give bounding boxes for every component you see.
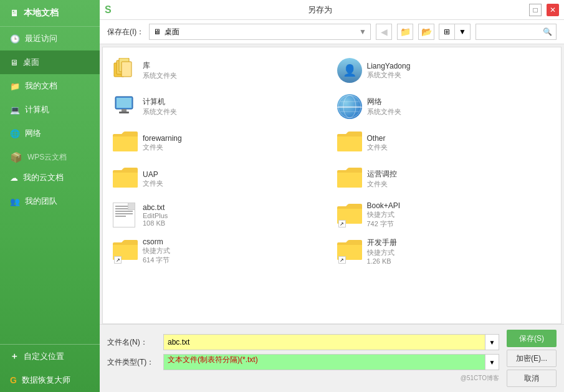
sidebar-item-label: 我的云文档 <box>23 172 64 183</box>
save-button[interactable]: 保存(S) <box>507 330 557 347</box>
list-item[interactable]: 网络 系统文件夹 <box>332 88 557 125</box>
network-file-icon <box>337 94 362 119</box>
file-info: LiangYadong 系统文件夹 <box>367 62 411 80</box>
list-item[interactable]: abc.txt EditPlus 108 KB <box>108 197 332 233</box>
dialog-title: 另存为 <box>117 4 524 16</box>
sidebar-item-recovery[interactable]: G 数据恢复大师 <box>0 368 100 392</box>
file-size: 742 字节 <box>367 219 401 229</box>
desktop-folder-icon: 🖥 <box>153 27 161 36</box>
filetype-row: 文件类型(T)： 文本文件(制表符分隔)(*.txt) ▼ <box>107 354 499 370</box>
sidebar-item-network[interactable]: 🌐 网络 <box>0 122 100 145</box>
svg-point-9 <box>343 95 356 118</box>
clock-icon: 🕒 <box>10 34 20 44</box>
list-item[interactable]: UAP 文件夹 <box>108 161 332 197</box>
list-item[interactable]: 库 系统文件夹 <box>108 52 332 88</box>
file-meta: 快捷方式 <box>367 248 397 257</box>
close-button[interactable]: ✕ <box>547 4 559 16</box>
sidebar-item-recent[interactable]: 🕒 最近访问 <box>0 27 100 50</box>
computer-file-icon <box>113 94 138 119</box>
sidebar-item-label: 计算机 <box>25 104 49 115</box>
filename-label: 文件名(N)： <box>107 337 163 348</box>
view-buttons: ⊞ ▼ <box>439 24 471 40</box>
toolbar: 保存在(I)： 🖥 桌面 ▼ ◀ 📁 📂 ⊞ ▼ 🔍 <box>100 20 564 44</box>
file-size: 108 KB <box>143 219 168 227</box>
file-info: forewarning 文件夹 <box>143 134 182 152</box>
file-name: abc.txt <box>143 203 168 212</box>
list-item[interactable]: 计算机 系统文件夹 <box>108 88 332 125</box>
bottom-bar: 文件名(N)： ▼ 文件类型(T)： 文本文件(制表符分隔)(*.txt) ▼ … <box>100 324 564 392</box>
search-icon: 🔍 <box>543 27 552 36</box>
back-button[interactable]: ◀ <box>376 24 392 40</box>
search-input[interactable] <box>480 27 543 36</box>
file-info: 库 系统文件夹 <box>143 60 177 80</box>
folder-up-icon: 📁 <box>400 27 411 37</box>
view-dropdown-button[interactable]: ▼ <box>454 24 471 40</box>
folder-shortcut-icon: ↗ <box>337 239 362 264</box>
filetype-dropdown[interactable]: ▼ <box>485 354 499 370</box>
cancel-button[interactable]: 取消 <box>507 370 557 387</box>
sidebar-item-computer[interactable]: 💻 计算机 <box>0 98 100 122</box>
desktop-icon: 🖥 <box>10 58 18 67</box>
search-box: 🔍 <box>476 24 557 40</box>
file-name: Book+API <box>367 201 401 210</box>
file-meta: EditPlus <box>143 212 168 219</box>
file-name: 运营调控 <box>367 169 397 179</box>
cloud-box-icon: 📦 <box>10 151 22 163</box>
list-item[interactable]: ↗ csorm 快捷方式 614 字节 <box>108 233 332 269</box>
file-meta: 文件夹 <box>143 179 163 188</box>
file-name: csorm <box>143 237 170 246</box>
location-value: 桌面 <box>165 27 179 37</box>
library-file-icon <box>113 58 138 83</box>
folder-shortcut-icon: ↗ <box>113 239 138 264</box>
mycloud-icon: ☁ <box>10 173 18 183</box>
filetype-select[interactable]: 文本文件(制表符分隔)(*.txt) <box>163 354 485 370</box>
sidebar-item-label: 最近访问 <box>25 33 57 44</box>
maximize-button[interactable]: □ <box>529 4 542 16</box>
file-info: abc.txt EditPlus 108 KB <box>143 203 168 227</box>
view-grid-button[interactable]: ⊞ <box>439 24 455 40</box>
file-info: Other 文件夹 <box>367 134 388 152</box>
encrypt-button[interactable]: 加密(E)... <box>507 350 557 367</box>
back-icon: ◀ <box>381 27 388 37</box>
sidebar-title: 本地文档 <box>24 7 59 19</box>
file-area: 库 系统文件夹 👤 LiangYadong 系统文件夹 <box>102 47 562 324</box>
mydocs-icon: 📁 <box>10 82 20 91</box>
sidebar-bottom-label: 自定义位置 <box>24 351 64 362</box>
folder-file-icon <box>337 166 362 191</box>
sidebar-item-mydocs[interactable]: 📁 我的文档 <box>0 74 100 98</box>
file-meta: 系统文件夹 <box>367 107 401 117</box>
location-label: 保存在(I)： <box>107 27 144 37</box>
file-info: Book+API 快捷方式 742 字节 <box>367 201 401 229</box>
new-folder-button[interactable]: 📂 <box>418 24 434 40</box>
filename-dropdown[interactable]: ▼ <box>485 334 499 350</box>
sidebar-item-customize[interactable]: ＋ 自定义位置 <box>0 345 100 368</box>
list-item[interactable]: 运营调控 文件夹 <box>332 161 557 197</box>
filetype-value: 文本文件(制表符分隔)(*.txt) <box>168 355 258 364</box>
app-icon: S <box>105 4 112 16</box>
location-select[interactable]: 🖥 桌面 ▼ <box>149 24 371 40</box>
monitor-icon: 🖥 <box>10 8 19 18</box>
list-item[interactable]: ↗ 开发手册 快捷方式 1.26 KB <box>332 233 557 269</box>
file-name: 库 <box>143 60 177 71</box>
file-name: Other <box>367 134 388 143</box>
file-size: 1.26 KB <box>367 257 397 265</box>
titlebar: S 另存为 □ ✕ <box>100 0 564 20</box>
folder-file-icon <box>337 130 362 155</box>
file-meta: 文件夹 <box>367 143 388 152</box>
list-item[interactable]: forewarning 文件夹 <box>108 125 332 161</box>
file-meta: 文件夹 <box>367 179 397 189</box>
list-item[interactable]: 👤 LiangYadong 系统文件夹 <box>332 52 557 88</box>
list-item[interactable]: ↗ Book+API 快捷方式 742 字节 <box>332 197 557 233</box>
filename-input[interactable] <box>163 334 485 350</box>
folder-parent-button[interactable]: 📁 <box>397 24 413 40</box>
sidebar-item-myteam[interactable]: 👥 我的团队 <box>0 189 100 213</box>
file-info: 开发手册 快捷方式 1.26 KB <box>367 237 397 265</box>
bottom-forms: 文件名(N)： ▼ 文件类型(T)： 文本文件(制表符分隔)(*.txt) ▼ … <box>107 330 557 387</box>
sidebar-item-desktop[interactable]: 🖥 桌面 <box>0 50 100 74</box>
list-item[interactable]: Other 文件夹 <box>332 125 557 161</box>
svg-rect-7 <box>119 112 129 113</box>
network-icon: 🌐 <box>10 129 20 138</box>
location-dropdown-arrow: ▼ <box>359 27 366 36</box>
sidebar-item-label: 桌面 <box>23 57 39 68</box>
sidebar-item-mycloud[interactable]: ☁ 我的云文档 <box>0 166 100 189</box>
